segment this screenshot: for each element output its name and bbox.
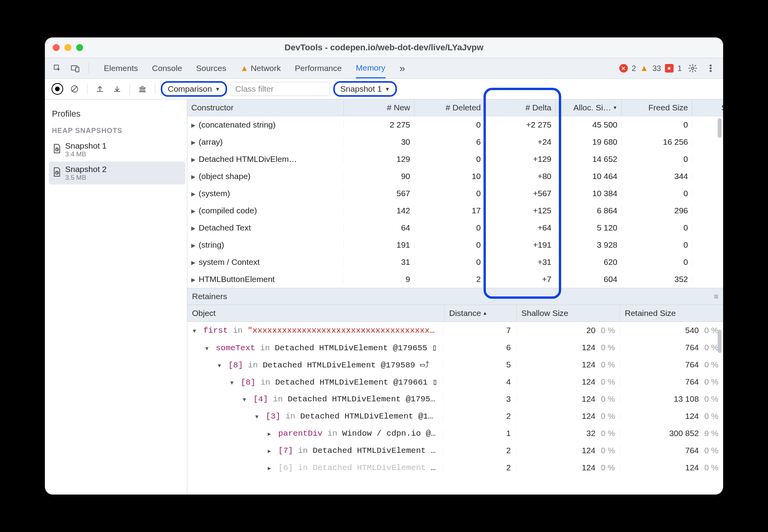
snapshot-name: Snapshot 2 bbox=[65, 165, 107, 174]
retainers-tree[interactable]: ▼ first in "xxxxxxxxxxxxxxxxxxxxxxxxxxxx… bbox=[187, 322, 723, 495]
close-button[interactable] bbox=[53, 44, 60, 51]
comparison-grid[interactable]: ▶(concatenated string) 2 275 0 +2 275 45… bbox=[187, 116, 723, 288]
retainer-row[interactable]: ▶ [6] in Detached HTMLDivElement @1 2 12… bbox=[187, 459, 723, 476]
view-selector[interactable]: Comparison▼ bbox=[161, 81, 227, 97]
tab-sources[interactable]: Sources bbox=[196, 59, 226, 78]
disclosure-icon[interactable]: ▼ bbox=[230, 380, 233, 386]
retainer-distance: 5 bbox=[443, 360, 517, 369]
retained-pct: 0 % bbox=[704, 463, 718, 472]
retainer-row[interactable]: ▶ [7] in Detached HTMLDivElement @1 2 12… bbox=[187, 442, 723, 459]
retained-pct: 0 % bbox=[704, 394, 718, 404]
col-size-delta[interactable]: Size Delta bbox=[692, 99, 723, 116]
disclosure-icon[interactable]: ▼ bbox=[255, 414, 258, 420]
retainer-distance: 6 bbox=[443, 343, 517, 352]
col-retained[interactable]: Retained Size bbox=[620, 305, 723, 321]
svg-point-3 bbox=[692, 67, 694, 69]
col-shallow[interactable]: Shallow Size bbox=[517, 305, 620, 321]
disclosure-icon[interactable]: ▼ bbox=[205, 346, 208, 352]
table-row[interactable]: ▶Detached HTMLDivElem… 129 0 +129 14 652… bbox=[187, 151, 723, 168]
disclosure-icon[interactable]: ▶ bbox=[191, 139, 196, 145]
disclosure-icon[interactable]: ▶ bbox=[268, 431, 271, 437]
retainer-row[interactable]: ▼ [3] in Detached HTMLDivElement @1795 2… bbox=[187, 408, 723, 425]
retainer-property: [8] bbox=[228, 361, 243, 370]
snapshot-item[interactable]: Snapshot 13.4 MB bbox=[49, 138, 185, 161]
svg-point-4 bbox=[710, 65, 711, 66]
disclosure-icon[interactable]: ▶ bbox=[191, 174, 196, 180]
shallow-pct: 0 % bbox=[601, 429, 615, 438]
col-delta[interactable]: # Delta bbox=[485, 99, 556, 116]
retainer-row[interactable]: ▼ [8] in Detached HTMLDivElement @179661… bbox=[187, 373, 723, 390]
disclosure-icon[interactable]: ▶ bbox=[268, 465, 271, 472]
sidebar-title: Profiles bbox=[52, 109, 182, 119]
tab-memory[interactable]: Memory bbox=[356, 59, 386, 78]
disclosure-icon[interactable]: ▶ bbox=[191, 156, 196, 163]
tab-network[interactable]: ▲Network bbox=[240, 59, 281, 78]
table-row[interactable]: ▶(object shape) 90 10 +80 10 464 344 +10… bbox=[187, 168, 723, 185]
disclosure-icon[interactable]: ▼ bbox=[243, 397, 246, 403]
disclosure-icon[interactable]: ▶ bbox=[191, 242, 196, 248]
settings-icon[interactable] bbox=[686, 61, 700, 75]
table-row[interactable]: ▶system / Context 31 0 +31 620 0 +620 bbox=[187, 254, 723, 271]
scrollbar-thumb[interactable] bbox=[718, 118, 722, 138]
table-row[interactable]: ▶(compiled code) 142 17 +125 6 864 296 +… bbox=[187, 202, 723, 219]
retainers-menu-icon[interactable]: ≡ bbox=[714, 292, 718, 301]
table-row[interactable]: ▶(array) 30 6 +24 19 680 16 256 +3 424 bbox=[187, 133, 723, 151]
clear-button[interactable] bbox=[68, 82, 82, 96]
scrollbar-thumb[interactable] bbox=[718, 330, 722, 353]
col-constructor[interactable]: Constructor bbox=[187, 99, 344, 116]
more-menu-icon[interactable] bbox=[704, 61, 718, 75]
chevron-down-icon: ▼ bbox=[215, 86, 220, 92]
retainer-row[interactable]: ▼ [4] in Detached HTMLDivElement @179593… bbox=[187, 390, 723, 408]
disclosure-icon[interactable]: ▶ bbox=[191, 277, 196, 283]
gc-icon[interactable] bbox=[135, 82, 149, 96]
col-distance[interactable]: Distance bbox=[444, 305, 517, 321]
snapshot-icon bbox=[53, 167, 61, 179]
retainer-target: Detached HTMLDivElement @179661 ▯ bbox=[275, 378, 437, 387]
tab-elements[interactable]: Elements bbox=[104, 59, 138, 78]
table-row[interactable]: ▶(system) 567 0 +567 10 384 0 +10 384 bbox=[187, 185, 723, 202]
col-object[interactable]: Object bbox=[187, 305, 444, 321]
load-icon[interactable] bbox=[93, 82, 107, 96]
constructor-name: (object shape) bbox=[199, 172, 251, 181]
message-icon: ✶ bbox=[665, 64, 674, 73]
save-icon[interactable] bbox=[110, 82, 124, 96]
table-row[interactable]: ▶Detached Text 64 0 +64 5 120 0 +5 120 bbox=[187, 219, 723, 236]
retained-size: 124 bbox=[685, 463, 699, 472]
disclosure-icon[interactable]: ▼ bbox=[218, 363, 221, 369]
retainer-row[interactable]: ▼ someText in Detached HTMLDivElement @1… bbox=[187, 339, 723, 356]
record-button[interactable] bbox=[50, 82, 64, 96]
table-row[interactable]: ▶(concatenated string) 2 275 0 +2 275 45… bbox=[187, 116, 723, 133]
disclosure-icon[interactable]: ▶ bbox=[268, 448, 271, 454]
tab-performance[interactable]: Performance bbox=[295, 59, 341, 78]
table-row[interactable]: ▶(string) 191 0 +191 3 928 0 +3 928 bbox=[187, 236, 723, 254]
disclosure-icon[interactable]: ▶ bbox=[191, 259, 196, 266]
col-alloc-size[interactable]: Alloc. Si… bbox=[556, 99, 622, 116]
class-filter-input[interactable]: Class filter bbox=[230, 82, 330, 96]
col-deleted[interactable]: # Deleted bbox=[414, 99, 485, 116]
inspect-icon[interactable] bbox=[50, 61, 64, 75]
col-freed-size[interactable]: Freed Size bbox=[622, 99, 692, 116]
retainer-row[interactable]: ▼ first in "xxxxxxxxxxxxxxxxxxxxxxxxxxxx… bbox=[187, 322, 723, 339]
snapshot-item[interactable]: Snapshot 23.5 MB bbox=[49, 161, 185, 185]
disclosure-icon[interactable]: ▼ bbox=[193, 328, 196, 334]
disclosure-icon[interactable]: ▶ bbox=[191, 122, 196, 128]
base-snapshot-selector[interactable]: Snapshot 1▼ bbox=[333, 81, 397, 97]
disclosure-icon[interactable]: ▶ bbox=[191, 225, 196, 231]
retainer-row[interactable]: ▼ [8] in Detached HTMLDivElement @179589… bbox=[187, 356, 723, 373]
issue-counters[interactable]: ✕2 ▲33 ✶1 bbox=[619, 63, 682, 73]
retainer-row[interactable]: ▶ parentDiv in Window / cdpn.io @11 1 32… bbox=[187, 425, 723, 442]
minimize-button[interactable] bbox=[64, 44, 71, 51]
disclosure-icon[interactable]: ▶ bbox=[191, 208, 196, 214]
traffic-lights[interactable] bbox=[53, 44, 83, 51]
table-row[interactable]: ▶HTMLButtonElement 9 2 +7 604 352 +252 bbox=[187, 271, 723, 288]
devtools-window: DevTools - codepen.io/web-dot-dev/live/L… bbox=[45, 37, 723, 495]
retained-pct: 9 % bbox=[704, 429, 718, 438]
col-new[interactable]: # New bbox=[344, 99, 414, 116]
constructor-name: (array) bbox=[199, 137, 223, 147]
device-toggle-icon[interactable] bbox=[68, 61, 82, 75]
tab-console[interactable]: Console bbox=[152, 59, 182, 78]
zoom-button[interactable] bbox=[76, 44, 83, 51]
shallow-pct: 0 % bbox=[601, 411, 615, 421]
disclosure-icon[interactable]: ▶ bbox=[191, 191, 196, 197]
tabs-overflow[interactable]: » bbox=[400, 58, 404, 79]
